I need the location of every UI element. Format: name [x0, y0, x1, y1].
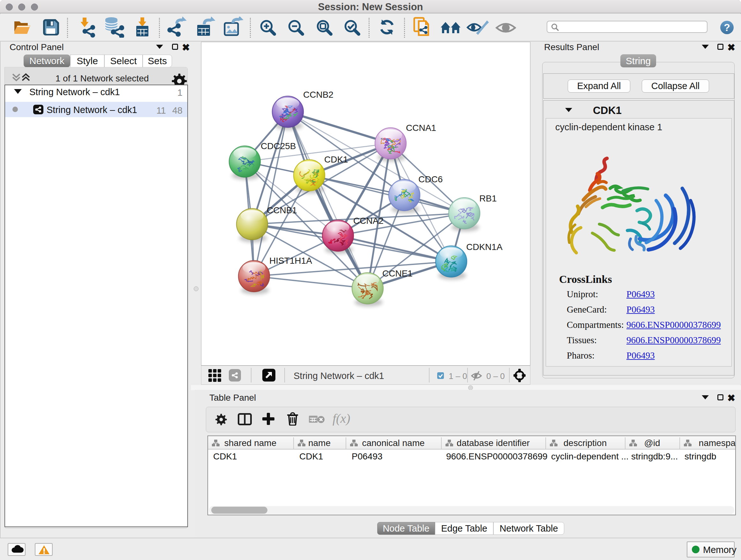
- svg-text:RB1: RB1: [479, 193, 496, 203]
- svg-text:CCNE1: CCNE1: [382, 268, 413, 278]
- svg-text:CCNB2: CCNB2: [303, 90, 333, 100]
- svg-text:CDKN1A: CDKN1A: [466, 242, 502, 252]
- svg-text:CCNA2: CCNA2: [353, 216, 384, 226]
- svg-text:CCNB1: CCNB1: [267, 205, 297, 215]
- svg-text:CCNA1: CCNA1: [406, 123, 436, 133]
- svg-text:CDK1: CDK1: [324, 154, 348, 165]
- svg-text:CDC6: CDC6: [418, 174, 443, 184]
- svg-text:HIST1H1A: HIST1H1A: [269, 256, 312, 266]
- svg-text:CDC25B: CDC25B: [261, 141, 296, 151]
